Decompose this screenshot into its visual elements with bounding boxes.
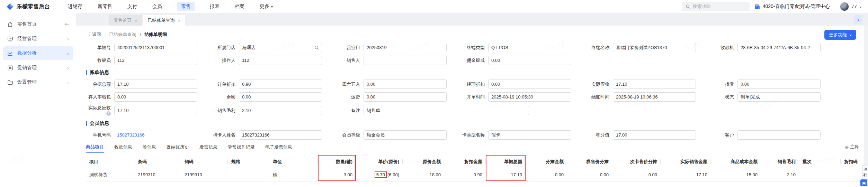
terminal-type-input[interactable]: QT POS bbox=[488, 43, 571, 52]
field-label: 开单时间 bbox=[460, 94, 485, 100]
nav-item-archive[interactable]: 档案 bbox=[235, 3, 244, 10]
page-tab-retail-home[interactable]: 零售首页 × bbox=[109, 15, 142, 26]
col-header-discount-amount[interactable]: 折扣金额 bbox=[444, 155, 486, 168]
tab-close-icon[interactable]: × bbox=[135, 18, 137, 23]
field-value: 制单|完成 bbox=[741, 94, 760, 100]
nav-item-member[interactable]: 会员 bbox=[152, 3, 162, 10]
col-header-spec[interactable]: 规格 bbox=[228, 155, 269, 168]
field-change: 找零 0.00 bbox=[709, 80, 821, 89]
actual-receivable-input[interactable]: 17.10 bbox=[613, 80, 696, 89]
order-no-input[interactable]: 4020012523113700001 bbox=[114, 43, 197, 52]
sidebar-item-retail-home[interactable]: 零售首页 ⇤ bbox=[3, 17, 73, 31]
freight-input[interactable]: 0.00 bbox=[364, 92, 447, 102]
nav-item-payment[interactable]: 支付 bbox=[127, 3, 137, 10]
store-input[interactable]: 海曙店 bbox=[239, 43, 322, 52]
tab-product-items[interactable]: 商品项目 bbox=[86, 144, 104, 153]
remark-input[interactable]: 销售单 bbox=[364, 106, 529, 115]
col-header-original-amount[interactable]: 原价金额 bbox=[403, 155, 444, 168]
col-header-bill-total[interactable]: 单据总额 bbox=[486, 155, 526, 168]
sidebar-item-settings-mgmt[interactable]: 设置管理 › bbox=[3, 75, 73, 89]
col-header-unit-price[interactable]: 单价(原价) bbox=[356, 155, 403, 168]
tab-recheck-history[interactable]: 反结账历史 bbox=[167, 144, 189, 153]
section-member-info: 会员信息 bbox=[86, 120, 864, 127]
field-remark: 备注 销售单 bbox=[335, 106, 529, 115]
phone-link[interactable]: 15827323166 bbox=[114, 132, 197, 138]
help-icon[interactable]: ? bbox=[106, 111, 111, 116]
brand[interactable]: 乐檬零售后台 bbox=[6, 3, 58, 10]
tab-invoice-info[interactable]: 发票信息 bbox=[199, 144, 217, 153]
status-input[interactable]: 制单|完成 bbox=[737, 92, 821, 102]
gross-profit-input[interactable]: 2.10 bbox=[239, 106, 322, 115]
open-time-input[interactable]: 2025-08-19 10:05:30 bbox=[488, 92, 571, 102]
right-scroll-rail[interactable] bbox=[864, 26, 868, 187]
field-value: 0.00 bbox=[741, 82, 749, 87]
username: 77 bbox=[851, 4, 857, 9]
sidebar-item-business-mgmt[interactable]: 经营管理 › bbox=[3, 32, 73, 46]
salesperson-input[interactable] bbox=[364, 56, 447, 65]
col-header-qty-aux[interactable]: 数量(辅) bbox=[318, 155, 356, 168]
cardholder-input[interactable]: 15827323166 bbox=[239, 130, 322, 140]
table-row[interactable]: 测试补货 2199310 2199310 桶 3.00 5.70(6.00) 1… bbox=[86, 168, 861, 181]
balance-input[interactable]: 0.00 bbox=[239, 92, 322, 102]
bill-total-input[interactable]: 17.10 bbox=[114, 80, 197, 89]
col-header-coupon-allocation[interactable]: 券售价分摊 bbox=[567, 155, 612, 168]
search-icon[interactable] bbox=[314, 45, 319, 50]
col-header-cost-amount[interactable]: 商品成本金额 bbox=[711, 155, 761, 168]
card-type-input[interactable]: 假卡 bbox=[488, 130, 571, 140]
sidebar-item-data-analysis[interactable]: 数据分析 › bbox=[3, 46, 73, 60]
col-header-batch[interactable]: 批次 bbox=[799, 155, 841, 168]
floating-helper-button[interactable]: ▣ bbox=[860, 179, 867, 186]
collapse-sidebar-icon[interactable]: ⇤ bbox=[64, 21, 69, 27]
col-header-times-card-allocation[interactable]: 次卡售价分摊 bbox=[612, 155, 661, 168]
tab-coupon-info[interactable]: 券信息 bbox=[143, 144, 156, 153]
wallet-deposit-input[interactable]: 0.00 bbox=[114, 92, 197, 102]
rounding-input[interactable]: 0.00 bbox=[364, 80, 447, 89]
actual-total-input[interactable]: 17.10 bbox=[114, 106, 197, 115]
order-discount-input[interactable]: 0.90 bbox=[239, 80, 322, 89]
member-level-input[interactable]: 铂金会员 bbox=[364, 130, 447, 140]
col-header-item[interactable]: 项目 bbox=[86, 155, 134, 168]
col-header-gross-profit[interactable]: 销售毛利 bbox=[761, 155, 799, 168]
nav-item-more[interactable]: 更多▼ bbox=[260, 3, 274, 10]
cashier-input[interactable]: 112 bbox=[114, 56, 197, 65]
page-tab-settled-bill-query[interactable]: 已结账单查询 × bbox=[143, 15, 186, 26]
nav-item-retail[interactable]: 零售 bbox=[177, 2, 195, 11]
business-date-input[interactable]: 20250819 bbox=[364, 43, 447, 52]
nav-item-report[interactable]: 报表 bbox=[210, 3, 220, 10]
checkout-time-input[interactable]: 2025-08-19 10:06:36 bbox=[613, 92, 696, 102]
tab-payment-info[interactable]: 收款信息 bbox=[114, 144, 132, 153]
column-settings-tool[interactable]: ⊞ 列 bbox=[862, 165, 868, 180]
annotation-toggle[interactable]: ◉注释 bbox=[845, 144, 859, 150]
col-header-discount-code[interactable]: 折扣码 bbox=[841, 155, 861, 168]
tab-e-invoice-info[interactable]: 电子发票信息 bbox=[265, 144, 292, 153]
col-header-allocation-amount[interactable]: 分摊金额 bbox=[526, 155, 567, 168]
breadcrumb-parent[interactable]: 已结账单查询 bbox=[109, 31, 136, 38]
back-button[interactable]: 〈返回 bbox=[86, 31, 101, 38]
commission-input[interactable]: 0.00 bbox=[488, 56, 571, 65]
col-header-actual-sales-amount[interactable]: 实际销售金额 bbox=[661, 155, 711, 168]
change-input[interactable]: 0.00 bbox=[737, 80, 821, 89]
register-input[interactable]: 28-6B-35-04-29-74*2A-6B-35-04-2 bbox=[737, 43, 821, 52]
col-header-unit[interactable]: 单位 bbox=[269, 155, 318, 168]
terminal-name-input[interactable]: 喜临门零食测试POS1370 bbox=[613, 43, 696, 52]
field-label: 实际应收 bbox=[584, 82, 609, 87]
user-menu[interactable]: 77 ∨ bbox=[840, 2, 862, 11]
nav-item-inventory[interactable]: 进销存 bbox=[68, 3, 82, 10]
manager-discount-input[interactable]: 0.00 bbox=[488, 80, 571, 89]
points-input[interactable]: 17.00 bbox=[613, 130, 696, 140]
tab-close-icon[interactable]: × bbox=[178, 18, 181, 23]
col-header-barcode[interactable]: 条码 bbox=[134, 155, 181, 168]
tab-list-button[interactable]: ∨ bbox=[854, 15, 862, 24]
tenant-switcher[interactable]: 4020-喜临门零食测试-管理中心 bbox=[754, 3, 830, 10]
sidebar-item-promotion-mgmt[interactable]: 促销管理 › bbox=[3, 61, 73, 75]
nav-item-new-retail[interactable]: 新零售 bbox=[98, 3, 112, 10]
global-search-input[interactable]: 搜索功能 bbox=[682, 2, 750, 11]
business-monitor-icon bbox=[7, 36, 13, 42]
tab-abnormal-operations[interactable]: 异常操作记录 bbox=[228, 144, 255, 153]
more-functions-button[interactable]: 更多功能∨ bbox=[824, 30, 856, 40]
operator-input[interactable]: 112 bbox=[239, 56, 322, 65]
col-header-sales-code[interactable]: 销码 bbox=[181, 155, 228, 168]
field-value: 20250819 bbox=[367, 45, 387, 50]
page-tabbar: 零售首页 × 已结账单查询 × ∨ bbox=[76, 13, 868, 26]
customer-input[interactable] bbox=[737, 130, 821, 140]
